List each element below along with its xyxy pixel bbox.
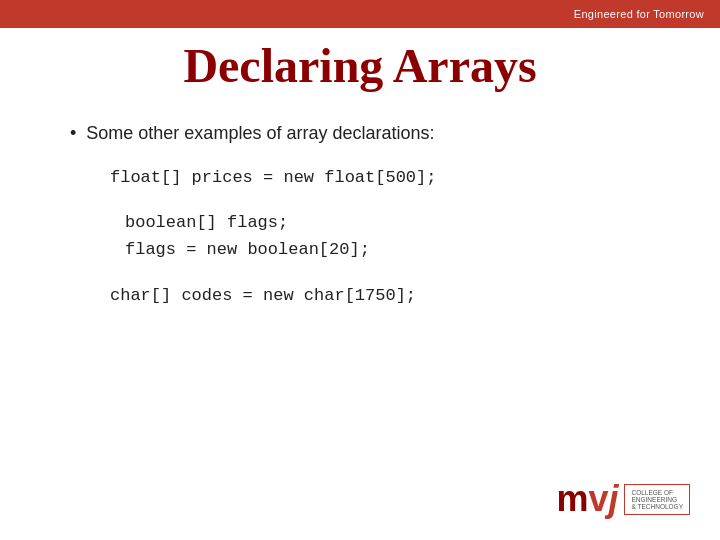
slide-title: Declaring Arrays [50, 38, 670, 93]
code-line-1a: float[] prices = new float[500]; [110, 164, 670, 191]
logo-mvj-text: mvj [556, 478, 618, 520]
logo-line-1: COLLEGE OF [631, 489, 673, 496]
top-banner: Engineered for Tomorrow [0, 0, 720, 28]
code-block-1: float[] prices = new float[500]; [110, 164, 670, 191]
tagline-text: Engineered for Tomorrow [574, 8, 704, 20]
logo-line-3: & TECHNOLOGY [631, 503, 683, 510]
code-line-2a: boolean[] flags; [125, 209, 670, 236]
main-content: Declaring Arrays • Some other examples o… [0, 28, 720, 540]
bullet-text: Some other examples of array declaration… [86, 123, 434, 144]
bullet-section: • Some other examples of array declarati… [70, 123, 670, 309]
code-line-3a: char[] codes = new char[1750]; [110, 282, 670, 309]
bullet-item-main: • Some other examples of array declarati… [70, 123, 670, 144]
bullet-dot: • [70, 123, 76, 144]
code-line-2b: flags = new boolean[20]; [125, 236, 670, 263]
code-block-2: boolean[] flags; flags = new boolean[20]… [125, 209, 670, 263]
code-block-3: char[] codes = new char[1750]; [110, 282, 670, 309]
logo-line-2: ENGINEERING [631, 496, 677, 503]
logo-area: mvj COLLEGE OF ENGINEERING & TECHNOLOGY [556, 478, 690, 520]
logo-box: COLLEGE OF ENGINEERING & TECHNOLOGY [624, 484, 690, 515]
